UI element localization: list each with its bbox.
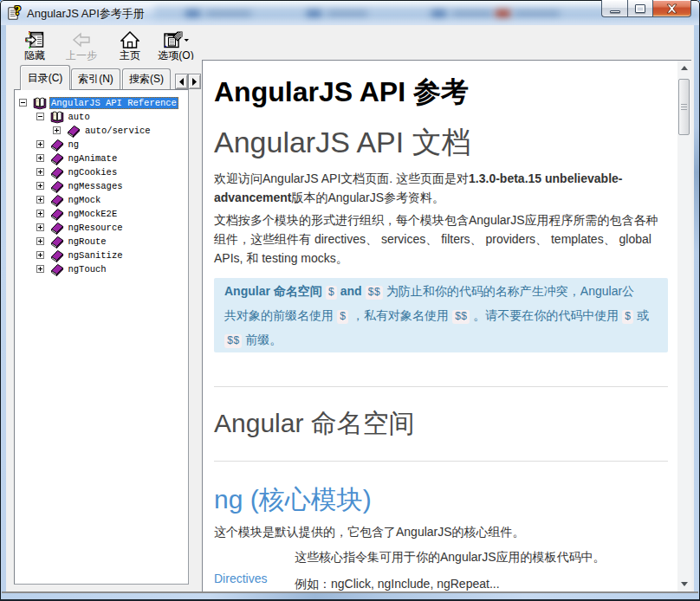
text-segment: 或 (633, 308, 649, 322)
divider (214, 461, 668, 462)
page-title: AngularJS API 参考 (214, 74, 668, 109)
book-closed-icon (50, 165, 64, 179)
collapse-toggle[interactable] (19, 99, 27, 107)
window-border-right (694, 25, 700, 592)
maximize-button[interactable] (627, 0, 652, 17)
hide-label: 隐藏 (24, 50, 45, 61)
expand-toggle[interactable] (36, 168, 44, 176)
vertical-scrollbar[interactable] (677, 61, 691, 591)
tree-item-ngmessages[interactable]: ngMessages (15, 179, 188, 193)
expand-toggle[interactable] (36, 251, 44, 259)
tab-scroll-right-button[interactable] (188, 74, 201, 89)
toolbar: 隐藏 上一步 主页 选项(O) (6, 25, 694, 62)
tree-item-auto-service[interactable]: auto/service (15, 124, 188, 138)
tab-scroll-buttons (175, 74, 201, 89)
close-button[interactable] (652, 0, 691, 17)
expand-toggle[interactable] (36, 154, 44, 162)
book-closed-icon (67, 124, 81, 138)
back-toolbar-button[interactable]: 上一步 (59, 30, 104, 61)
code-chip: $ (337, 310, 348, 324)
tab-search[interactable]: 搜索(S) (122, 68, 171, 89)
expand-toggle[interactable] (36, 223, 44, 231)
tree-item-label: auto/service (83, 125, 152, 137)
tab-contents[interactable]: 目录(C) (20, 65, 70, 90)
back-label: 上一步 (66, 50, 97, 61)
divider (214, 386, 668, 387)
topic-content: AngularJS API 参考 AngularJS API 文档 欢迎访问An… (203, 61, 678, 591)
tree-item-label: AngularJS API Reference (49, 97, 178, 109)
options-toolbar-button[interactable]: 选项(O) (151, 30, 201, 61)
book-closed-icon (50, 249, 64, 262)
scrollbar-thumb[interactable] (678, 79, 690, 135)
expand-toggle[interactable] (36, 237, 44, 245)
book-closed-icon (50, 152, 64, 165)
expand-toggle[interactable] (36, 210, 44, 217)
tree-item-angularjs-api-reference[interactable]: AngularJS API Reference (15, 96, 188, 110)
bold-text-segment: Angular 命名空间 (224, 284, 322, 298)
expand-toggle[interactable] (36, 140, 44, 148)
home-icon-box (120, 30, 139, 49)
scroll-up-button[interactable] (677, 61, 691, 75)
background-tab-title-2 (327, 10, 367, 16)
background-tab-favicon-2 (307, 9, 321, 17)
tree-item-ngmock[interactable]: ngMock (15, 193, 188, 207)
code-chip: $ (622, 310, 633, 324)
background-tab-title-1 (206, 10, 251, 16)
book-open-icon (33, 96, 47, 110)
code-chip: $$ (224, 334, 242, 348)
book-closed-icon (50, 179, 64, 193)
window-title: AngularJS API参考手册 (27, 6, 145, 22)
scroll-down-icon (681, 582, 688, 586)
tab-scroll-left-button[interactable] (175, 74, 188, 89)
text-segment: ，私有对象名使用 (348, 308, 452, 322)
code-chip: $$ (366, 286, 383, 300)
namespace-info-box: Angular 命名空间 $ and $$ 为防止和你的代码的名称产生冲突，An… (214, 278, 668, 352)
directives-description: 这些核心指令集可用于你的AngularJS应用的模板代码中。 (295, 547, 668, 566)
tree-item-label: auto (67, 111, 92, 123)
pane-splitter[interactable] (189, 60, 202, 591)
background-tab-favicon-4 (496, 9, 510, 17)
client-edge-shadow (2, 591, 698, 593)
tree-item-nganimate[interactable]: ngAnimate (15, 152, 188, 165)
tree-item-label: ngCookies (67, 166, 120, 178)
tree-item-ngroute[interactable]: ngRoute (15, 235, 188, 249)
text-segment: 前缀。 (242, 333, 282, 346)
tree-item-ngresource[interactable]: ngResource (15, 221, 188, 235)
client-area: 隐藏 上一步 主页 选项(O) 目录(C)索引(N)搜索(S) AngularJ… (6, 25, 694, 592)
home-label: 主页 (120, 50, 140, 61)
scroll-down-button[interactable] (677, 577, 691, 591)
book-closed-icon (50, 262, 64, 276)
back-icon-box (72, 30, 91, 49)
tree-item-auto[interactable]: auto (15, 110, 188, 124)
ng-module-description: 这个模块是默认提供的，它包含了AngularJS的核心组件。 (214, 522, 668, 541)
tree-item-ngcookies[interactable]: ngCookies (15, 165, 188, 179)
expand-toggle[interactable] (36, 182, 44, 190)
topic-pane: AngularJS API 参考 AngularJS API 文档 欢迎访问An… (202, 60, 691, 591)
options-dropdown-arrow (185, 39, 190, 42)
scroll-left-icon (179, 78, 184, 86)
code-chip: $$ (452, 310, 470, 324)
expand-toggle[interactable] (36, 196, 44, 204)
intro-paragraph: 欢迎访问AngularJS API文档页面. 这些页面是对1.3.0-beta.… (214, 169, 668, 207)
directives-link[interactable]: Directives (214, 547, 295, 591)
titlebar[interactable]: ? ? AngularJS API参考手册 (0, 0, 700, 25)
hide-toolbar-button[interactable]: 隐藏 (15, 30, 55, 61)
collapse-toggle[interactable] (36, 113, 44, 120)
text-segment: 欢迎访问AngularJS API文档页面. 这些页面是对 (214, 171, 469, 185)
maximize-icon (635, 4, 645, 13)
expand-toggle[interactable] (36, 265, 44, 273)
text-segment: 版本的AngularJS参考资料。 (291, 191, 444, 204)
expand-toggle[interactable] (53, 126, 61, 134)
tree-item-ng[interactable]: ng (15, 138, 188, 152)
minimize-button[interactable] (601, 0, 627, 17)
tree-item-label: ngResource (67, 222, 125, 234)
home-toolbar-button[interactable]: 主页 (110, 30, 150, 61)
tree-item-ngsanitize[interactable]: ngSanitize (15, 249, 188, 262)
background-tab-title-4 (515, 10, 560, 16)
back-icon (72, 32, 91, 48)
tree-item-ngtouch[interactable]: ngTouch (15, 262, 188, 276)
tab-index[interactable]: 索引(N) (71, 68, 120, 89)
tree-item-ngmocke2e[interactable]: ngMockE2E (15, 207, 188, 221)
options-icon (163, 31, 189, 49)
hide-icon-box (25, 30, 44, 49)
